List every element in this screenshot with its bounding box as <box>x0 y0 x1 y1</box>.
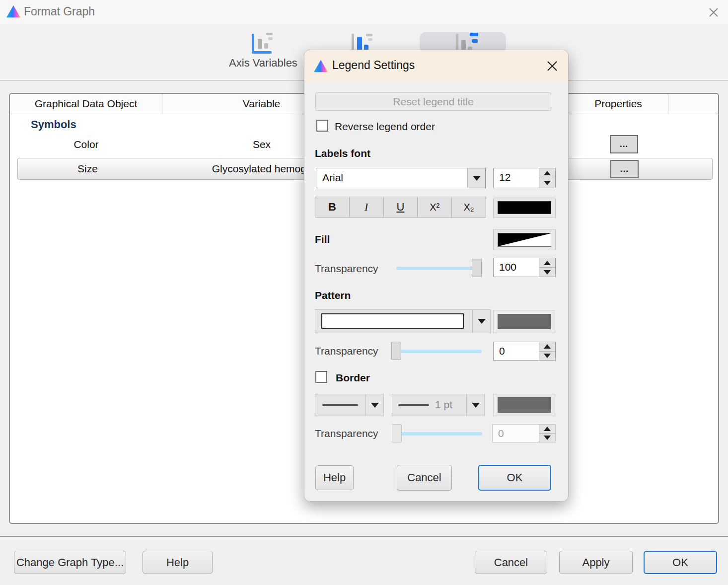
italic-button[interactable]: I <box>350 197 384 217</box>
cancel-button[interactable]: Cancel <box>475 551 547 574</box>
spinner-up-icon[interactable] <box>539 342 555 351</box>
chevron-down-icon[interactable] <box>472 310 490 333</box>
reset-legend-title-button[interactable]: Reset legend title <box>315 92 551 111</box>
pattern-transparency-spinner[interactable]: 0 <box>493 342 556 361</box>
fill-transparency-value: 100 <box>499 261 516 273</box>
window-close-icon[interactable] <box>706 5 721 20</box>
border-width-value: 1 pt <box>435 399 452 411</box>
slider-thumb[interactable] <box>472 259 482 277</box>
superscript-button[interactable]: X² <box>418 197 452 217</box>
prism-logo-icon <box>6 4 21 18</box>
font-family-value: Arial <box>322 172 343 184</box>
legend-settings-dialog: Legend Settings Reset legend title Rever… <box>304 50 569 502</box>
border-transparency-label: Transparency <box>315 428 378 439</box>
header-spacer <box>668 94 718 114</box>
subscript-button[interactable]: X₂ <box>452 197 486 217</box>
border-line-style-dropdown[interactable] <box>315 394 384 416</box>
apply-button[interactable]: Apply <box>559 551 633 574</box>
header-properties: Properties <box>569 94 668 114</box>
fill-heading: Fill <box>315 233 330 245</box>
underline-button[interactable]: U <box>384 197 418 217</box>
spinner-down-icon[interactable] <box>539 351 555 361</box>
line-width-sample <box>398 404 429 406</box>
font-color-swatch[interactable] <box>493 198 556 218</box>
window-titlebar: Format Graph <box>0 0 728 24</box>
border-heading: Border <box>336 372 370 384</box>
spinner-down-icon[interactable] <box>539 433 555 442</box>
footer-divider <box>0 536 728 537</box>
dialog-titlebar: Legend Settings <box>304 50 568 82</box>
spinner-up-icon[interactable] <box>539 168 555 178</box>
dialog-close-icon[interactable] <box>545 59 559 73</box>
pattern-transparency-slider[interactable] <box>391 342 482 361</box>
border-width-dropdown[interactable]: 1 pt <box>392 394 485 416</box>
dialog-help-button[interactable]: Help <box>315 465 354 490</box>
slider-track[interactable] <box>397 432 482 436</box>
chevron-down-icon[interactable] <box>365 394 383 416</box>
row-object-label: Size <box>11 163 164 175</box>
font-family-dropdown[interactable]: Arial <box>316 168 486 188</box>
header-graphical-data-object: Graphical Data Object <box>10 94 162 114</box>
row-object-label: Color <box>10 139 162 150</box>
fill-transparency-label: Transparency <box>315 263 378 275</box>
line-style-sample <box>322 404 358 406</box>
font-style-button-group: B I U X² X₂ <box>315 197 486 218</box>
border-checkbox[interactable] <box>315 371 327 383</box>
border-transparency-slider[interactable] <box>392 424 482 443</box>
pattern-color-swatch[interactable] <box>493 310 555 333</box>
window-title: Format Graph <box>24 5 95 18</box>
dialog-title: Legend Settings <box>332 59 415 72</box>
ok-button[interactable]: OK <box>644 551 717 574</box>
slider-track[interactable] <box>396 267 482 270</box>
properties-button-size[interactable]: ... <box>610 160 639 178</box>
fill-color-swatch[interactable] <box>493 229 556 250</box>
pattern-transparency-label: Transparency <box>315 345 378 357</box>
fill-transparency-spinner[interactable]: 100 <box>493 258 556 277</box>
labels-font-heading: Labels font <box>315 147 370 159</box>
bold-button[interactable]: B <box>315 197 350 217</box>
chevron-down-icon[interactable] <box>467 168 485 188</box>
font-size-spinner[interactable]: 12 <box>493 168 556 188</box>
spinner-up-icon[interactable] <box>539 425 555 433</box>
pattern-heading: Pattern <box>315 290 351 301</box>
slider-track[interactable] <box>396 350 482 353</box>
border-transparency-value: 0 <box>498 428 504 439</box>
border-transparency-spinner[interactable]: 0 <box>492 424 556 442</box>
help-button[interactable]: Help <box>143 551 213 574</box>
chevron-down-icon[interactable] <box>466 394 484 416</box>
spinner-up-icon[interactable] <box>539 258 555 267</box>
axis-variables-tab-icon[interactable] <box>251 32 276 55</box>
change-graph-type-button[interactable]: Change Graph Type... <box>14 551 126 574</box>
slider-thumb[interactable] <box>392 424 402 442</box>
dialog-ok-button[interactable]: OK <box>478 465 551 491</box>
slider-thumb[interactable] <box>391 342 401 360</box>
tab-axis-variables[interactable]: Axis Variables <box>223 57 303 70</box>
prism-logo-icon <box>313 59 328 73</box>
pattern-transparency-value: 0 <box>499 345 505 357</box>
dialog-cancel-button[interactable]: Cancel <box>397 465 452 491</box>
border-color-swatch[interactable] <box>493 394 555 416</box>
pattern-dropdown[interactable] <box>315 309 491 333</box>
spinner-down-icon[interactable] <box>539 267 555 277</box>
group-row-symbols: Symbols <box>31 118 76 131</box>
format-graph-window: Format Graph Axis Variables Graphical Da… <box>0 0 728 585</box>
reverse-legend-order-label: Reverse legend order <box>335 121 435 133</box>
fill-transparency-slider[interactable] <box>396 259 482 278</box>
pattern-preview <box>321 313 464 329</box>
spinner-down-icon[interactable] <box>539 178 555 188</box>
reverse-legend-order-checkbox[interactable] <box>316 120 328 132</box>
properties-button-color[interactable]: ... <box>610 135 638 153</box>
font-size-value: 12 <box>499 171 510 183</box>
